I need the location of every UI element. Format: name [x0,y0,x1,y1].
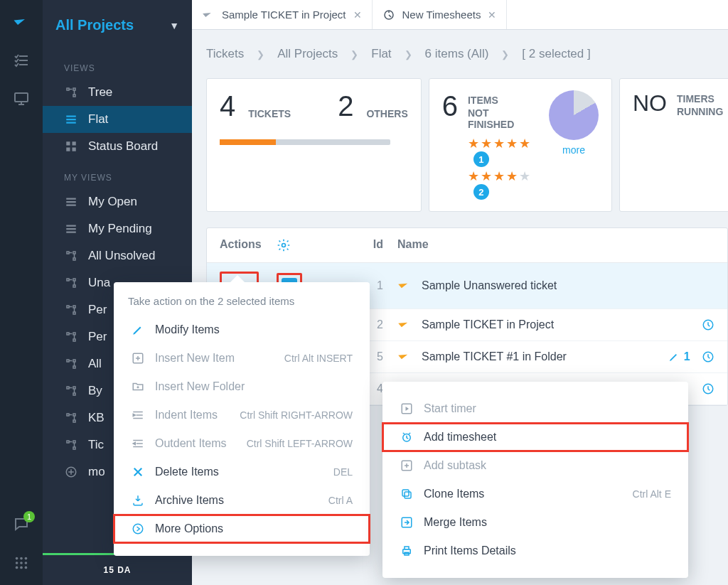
svg-point-1 [16,557,18,560]
menu-add-timesheet[interactable]: Add timesheet [382,423,688,451]
menu-label: Clone Items [424,488,484,500]
sidebar-header[interactable]: All Projects ▼ [43,0,192,50]
tree-icon [64,357,78,371]
th-id: Id [333,238,397,252]
chevron-down-icon: ▼ [169,20,179,31]
tree-icon [64,85,78,100]
sidebar-myview-1[interactable]: My Pending [43,215,192,242]
svg-rect-10 [66,141,70,145]
breadcrumb: Tickets❯ All Projects❯ Flat❯ 6 items (Al… [192,30,728,78]
menu-label: Archive Items [155,494,224,507]
sidebar-item-label: Status Board [88,139,158,154]
chat-badge: 1 [23,511,35,522]
menu-label: Start timer [424,402,476,415]
presentation-icon[interactable] [12,90,31,108]
svg-rect-25 [405,492,411,498]
clock-icon[interactable] [702,318,714,331]
more-link[interactable]: more [562,144,585,156]
sidebar-title: All Projects [55,17,134,33]
actions-popover: Take action on the 2 selected items Modi… [114,282,370,556]
ticket-icon [397,350,412,364]
popover-title: Take action on the 2 selected items [114,295,370,316]
chat-icon[interactable]: 1 [12,515,31,534]
clock-icon[interactable] [702,382,714,395]
plus-box-icon [400,458,414,473]
crumb-tickets[interactable]: Tickets [206,47,244,61]
progress-bar [220,139,390,145]
crumb-items[interactable]: 6 items (All) [425,47,489,61]
menu-start-timer[interactable]: Start timer [382,395,688,423]
menu-label: More Options [155,522,223,535]
more-options-popover: Start timer Add timesheet Add subtask Cl… [382,382,688,578]
chevron-right-icon: ❯ [501,49,509,60]
svg-point-3 [25,557,28,560]
menu-outdent[interactable]: Outdent ItemsCtrl Shift LEFT-ARROW [114,429,370,458]
sidebar-myview-0[interactable]: My Open [43,188,192,215]
svg-rect-11 [73,141,76,145]
tab-sample-ticket[interactable]: Sample TICKET in Project ✕ [192,0,373,29]
menu-modify-items[interactable]: Modify Items [114,316,370,344]
tab-label: Sample TICKET in Project [222,9,346,21]
rating-badge-2: 2 [473,184,489,200]
menu-add-subtask[interactable]: Add subtask [382,451,688,480]
sidebar-item-label: My Pending [88,222,152,236]
sidebar-myview-2[interactable]: All Unsolved [43,242,192,269]
shortcut: Ctrl A [328,495,353,506]
list-icon [64,112,78,127]
svg-rect-13 [73,148,76,151]
svg-point-9 [25,567,28,569]
icon-rail: 1 [0,0,43,585]
tab-new-timesheets[interactable]: New Timesheets ✕ [373,0,508,29]
tree-icon [64,330,78,344]
myviews-label: MY VIEWS [43,160,192,188]
apps-icon[interactable] [12,554,31,572]
ticket-icon[interactable] [12,13,31,31]
items-count: 6 [442,90,458,122]
menu-print-items[interactable]: Print Items Details [382,537,688,565]
tickets-count: 4 [220,90,235,122]
stars-4: ★★★★★ [468,169,532,183]
chevron-right-icon: ❯ [405,49,412,60]
list-icon [64,195,78,209]
crumb-allprojects[interactable]: All Projects [277,47,338,61]
card-tickets: 4 TICKETS 2 OTHERS [206,78,422,212]
menu-more-options[interactable]: More Options [114,515,370,543]
menu-merge-items[interactable]: Merge Items [382,508,688,537]
sidebar-view-flat[interactable]: Flat [43,106,192,133]
menu-insert-folder[interactable]: Insert New Folder [114,372,370,401]
sidebar-item-label: Per [88,330,107,344]
items-label-2: NOT FINISHED [468,107,532,130]
sidebar-view-statusboard[interactable]: Status Board [43,133,192,160]
sidebar-item-label: KB [88,411,105,425]
menu-clone-items[interactable]: Clone ItemsCtrl Alt E [382,480,688,508]
crumb-selected: [ 2 selected ] [522,47,590,61]
list-icon [64,222,78,236]
sidebar-item-label: Tic [88,438,104,452]
menu-indent[interactable]: Indent ItemsCtrl Shift RIGHT-ARROW [114,401,370,429]
pencil-icon[interactable] [668,351,680,363]
close-icon[interactable]: ✕ [488,9,496,21]
menu-archive-items[interactable]: Archive ItemsCtrl A [114,486,370,515]
sidebar-item-label: Una [88,276,110,290]
menu-label: Merge Items [424,516,487,529]
gear-icon[interactable] [277,238,333,252]
menu-label: Add timesheet [424,431,496,444]
svg-point-8 [20,567,23,569]
clock-icon[interactable] [702,350,714,363]
menu-label: Insert New Folder [155,380,245,393]
crumb-flat[interactable]: Flat [371,47,391,61]
outdent-icon [131,436,145,451]
svg-point-21 [133,524,143,534]
close-icon[interactable]: ✕ [353,9,362,21]
checklist-icon[interactable] [12,51,31,70]
folder-plus-icon [131,380,145,394]
card-items: 6 ITEMS NOT FINISHED ★★★★★1 ★★★★★2 more [429,78,612,212]
menu-delete-items[interactable]: Delete ItemsDEL [114,458,370,486]
sidebar-footer[interactable]: 15 DA [43,553,192,585]
tree-icon [64,411,78,425]
menu-insert-item[interactable]: Insert New ItemCtrl Alt INSERT [114,344,370,372]
pencil-icon [131,323,145,337]
plus-box-icon [131,351,145,365]
sidebar-view-tree[interactable]: Tree [43,79,192,106]
tab-label: New Timesheets [402,9,481,21]
